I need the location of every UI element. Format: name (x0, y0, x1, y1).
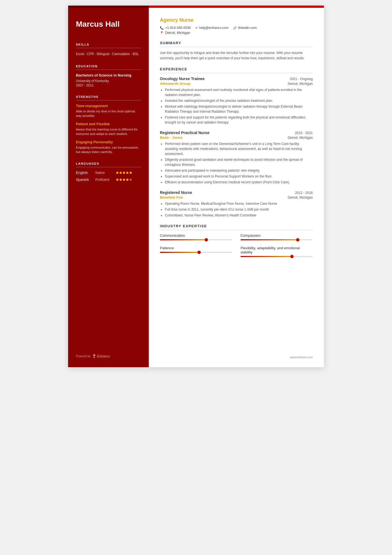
location-text: Detroit, Michigan (165, 31, 190, 35)
expertise-bar-bg-0 (160, 239, 232, 240)
expertise-bar-dot-3 (290, 255, 294, 258)
website-url: www.enhancv.com (290, 356, 313, 359)
exp-location-1: Detroit, Michigan (288, 136, 313, 140)
skills-section: SKILLS Excel · CPR · Bilingual · Cannula… (76, 43, 141, 57)
dot (130, 172, 132, 174)
dot (126, 172, 128, 174)
strength-desc-1: Aware that the learning curve is differe… (76, 127, 141, 136)
bullet-item: Diligently practiced good sanitation and… (165, 157, 313, 167)
exp-header-0: Oncology Nurse Trainee 2021 - Ongoing (160, 77, 313, 81)
exp-entry-2: Registered Nurse 2012 - 2016 Bonefete Fu… (160, 190, 313, 218)
location-icon: 📍 (160, 31, 164, 35)
email-text: help@enhancv.com (199, 26, 228, 30)
dot (126, 179, 128, 181)
exp-location-2: Detroit, Michigan (288, 196, 313, 199)
dot (116, 179, 118, 181)
education-section: EDUCATION Bachelors of Science in Nursin… (76, 65, 141, 87)
dot (123, 172, 125, 174)
bullet-item: Efficient at documentation using Electro… (165, 180, 313, 185)
exp-company-0: Altenwerth Group (160, 82, 190, 86)
powered-by-text: Powered by (76, 355, 91, 358)
contact-linkedin[interactable]: 🔗 linkedin.com (233, 26, 257, 30)
edu-school: University of Kentucky (76, 79, 141, 83)
exp-entry-1: Registered Practical Nurse 2015 - 2021 B… (160, 130, 313, 185)
exp-header-1: Registered Practical Nurse 2015 - 2021 (160, 130, 313, 135)
lang-dots-spanish (116, 179, 132, 181)
skills-text: Excel · CPR · Bilingual · Cannulation · … (76, 51, 141, 57)
lang-level-spanish: Proficient (95, 178, 116, 182)
expertise-label-1: Compassion (240, 233, 313, 238)
expertise-item-3: Flexibility, adaptability, and emotional… (240, 246, 313, 257)
summary-text: Use this opportunity to intrigue and dra… (160, 50, 313, 61)
job-title: Agency Nurse (160, 17, 313, 23)
bullet-item: Supervised and assigned work to Personal… (165, 174, 313, 179)
contact-email: ✉ help@enhancv.com (195, 26, 228, 30)
lang-level-english: Native (95, 171, 116, 175)
resume-container: Marcus Hall SKILLS Excel · CPR · Bilingu… (68, 6, 324, 367)
lang-row-english: English Native (76, 171, 141, 175)
bullet-item: Committees: Nurse Peer Review, Women's H… (165, 213, 313, 218)
expertise-bar-fill-1 (240, 239, 298, 240)
expertise-bar-dot-2 (197, 251, 201, 254)
contact-row: 📞 +1-914-345-5530 ✉ help@enhancv.com 🔗 l… (160, 26, 313, 30)
strength-desc-0: Able to divide my time in the most optim… (76, 109, 141, 118)
languages-title: LANGUAGES (76, 162, 141, 167)
bullet-item: Operating Room Nurse, Medical/Surgical F… (165, 201, 313, 206)
strength-desc-2: Engaging communicator, can be persuasive… (76, 145, 141, 154)
edu-degree: Bachelors of Science in Nursing (76, 73, 141, 78)
expertise-bar-fill-3 (240, 256, 292, 257)
email-icon: ✉ (195, 26, 198, 30)
sidebar-top-bar (68, 6, 149, 8)
bullet-item: Performed direct patient care on the Dem… (165, 141, 313, 156)
enhancv-name: Enhancv (97, 354, 110, 358)
languages-section: LANGUAGES English Native Spanish Profici… (76, 162, 141, 182)
bullet-item: Advocated and participated in maintainin… (165, 168, 313, 173)
dot (120, 172, 122, 174)
strength-title-2: Engaging Personality (76, 140, 141, 144)
strength-title-1: Patient and Flexible (76, 122, 141, 126)
bullet-item: Full time nurse in 2011, currently per-d… (165, 207, 313, 212)
exp-company-2: Bonefete Fun (160, 195, 183, 199)
experience-section-title: EXPERIENCE (160, 67, 313, 73)
expertise-bar-bg-2 (160, 252, 232, 253)
contact-location: 📍 Detroit, Michigan (160, 31, 313, 35)
enhancv-icon: ❣ (92, 354, 96, 359)
link-icon: 🔗 (233, 26, 237, 30)
exp-company-1: Bode - Jones (160, 135, 183, 140)
exp-job-title-1: Registered Practical Nurse (160, 130, 209, 135)
exp-dates-2: 2012 - 2016 (295, 191, 313, 195)
bullet-item: Worked with radiology therapist/oncologi… (165, 104, 313, 114)
exp-job-title-2: Registered Nurse (160, 190, 192, 195)
exp-company-row-0: Altenwerth Group Detroit, Michigan (160, 82, 313, 86)
skills-title: SKILLS (76, 43, 141, 48)
lang-dots-english (116, 172, 132, 174)
expertise-bar-dot-0 (205, 238, 208, 241)
main-content: Agency Nurse 📞 +1-914-345-5530 ✉ help@en… (149, 6, 324, 367)
phone-text: +1-914-345-5530 (165, 26, 191, 30)
exp-bullets-2: Operating Room Nurse, Medical/Surgical F… (160, 201, 313, 218)
expertise-grid: Communication Compassion Patience (160, 233, 313, 257)
expertise-item-0: Communication (160, 233, 232, 240)
enhancv-logo: ❣ Enhancv (92, 354, 110, 359)
sidebar: Marcus Hall SKILLS Excel · CPR · Bilingu… (68, 6, 149, 367)
expertise-label-3: Flexibility, adaptability, and emotional… (240, 246, 313, 254)
summary-section-title: SUMMARY (160, 41, 313, 47)
dot (123, 179, 125, 181)
expertise-bar-dot-1 (296, 238, 299, 241)
exp-dates-0: 2021 - Ongoing (290, 77, 313, 81)
exp-entry-0: Oncology Nurse Trainee 2021 - Ongoing Al… (160, 77, 313, 125)
expertise-item-1: Compassion (240, 233, 313, 240)
bullet-item: Assisted the radiologist/oncologist of t… (165, 98, 313, 103)
bullet-item: Fostered care and support for the patien… (165, 115, 313, 125)
exp-bullets-0: Performed physical assessment and routin… (160, 87, 313, 125)
expertise-bar-bg-1 (240, 239, 313, 240)
expertise-item-2: Patience (160, 246, 232, 257)
linkedin-text: linkedin.com (238, 26, 257, 30)
education-title: EDUCATION (76, 65, 141, 70)
exp-company-row-1: Bode - Jones Detroit, Michigan (160, 135, 313, 140)
exp-header-2: Registered Nurse 2012 - 2016 (160, 190, 313, 195)
bullet-item: Performed physical assessment and routin… (165, 87, 313, 97)
strengths-section: STRENGTHS Time-management Able to divide… (76, 95, 141, 154)
exp-location-0: Detroit, Michigan (288, 82, 313, 86)
expertise-bar-fill-0 (160, 239, 207, 240)
